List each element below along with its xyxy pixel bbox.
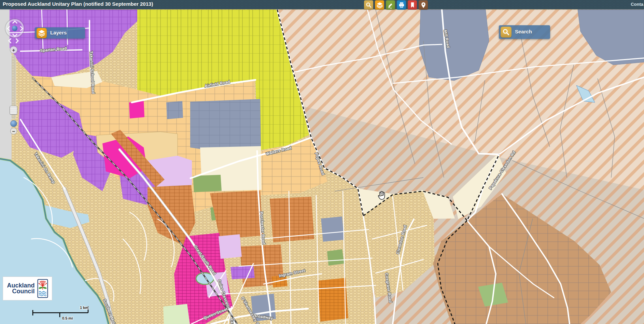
pan-left-right-control[interactable] <box>9 38 18 43</box>
bookmark-icon <box>409 2 416 9</box>
app-window: 1 km 0.5 mi Airfield RoadWalters RoadTak… <box>0 0 644 324</box>
pohutukawa-emblem-icon <box>37 279 48 298</box>
pan-left-arrow-icon[interactable] <box>7 26 12 31</box>
bookmark-tool-button[interactable] <box>408 0 417 10</box>
app-title: Proposed Auckland Unitary Plan (notified… <box>3 1 153 7</box>
search-icon <box>502 28 510 36</box>
scale-km-label: 1 km <box>80 306 88 310</box>
globe-center-icon <box>12 26 17 31</box>
pan-down-arrow-icon[interactable] <box>12 32 18 37</box>
scale-mi-label: 0.5 mi <box>62 316 73 320</box>
top-bar: Proposed Auckland Unitary Plan (notified… <box>0 0 644 9</box>
map-canvas[interactable]: 1 km 0.5 mi Airfield RoadWalters RoadTak… <box>0 0 644 324</box>
layers-button-label: Layers <box>50 30 67 36</box>
locate-tool-button[interactable] <box>419 0 428 10</box>
search-button-icon-chip <box>501 27 512 38</box>
search-button[interactable]: Search <box>499 25 550 39</box>
layers-button-icon-chip <box>37 28 47 38</box>
printer-icon <box>398 2 405 9</box>
pencil-icon <box>387 2 394 9</box>
pan-right-arrow-icon[interactable] <box>14 38 19 44</box>
print-tool-button[interactable] <box>397 0 406 10</box>
draw-tool-button[interactable] <box>386 0 395 10</box>
auckland-council-logo: Auckland Council <box>3 277 52 300</box>
toolbar <box>364 0 428 10</box>
map-pin-icon <box>420 2 427 9</box>
search-button-label: Search <box>515 29 532 34</box>
search-tool-button[interactable] <box>364 0 373 10</box>
search-icon <box>365 2 372 9</box>
zoom-in-button[interactable]: + <box>10 46 17 54</box>
layers-button[interactable]: Layers <box>35 27 85 39</box>
layers-tool-button[interactable] <box>375 0 384 10</box>
logo-text: Auckland Council <box>7 283 34 294</box>
pan-up-arrow-icon[interactable] <box>12 20 18 26</box>
zoom-slider-thumb[interactable] <box>10 106 17 115</box>
pan-left-arrow-icon[interactable] <box>8 38 14 44</box>
layers-icon <box>38 29 45 37</box>
full-extent-button[interactable] <box>10 120 17 127</box>
pan-compass[interactable] <box>5 19 24 38</box>
contact-link[interactable]: Conta <box>631 2 643 7</box>
layers-icon <box>376 2 383 9</box>
pan-right-arrow-icon[interactable] <box>18 26 24 31</box>
zoom-out-button[interactable]: − <box>10 128 17 135</box>
